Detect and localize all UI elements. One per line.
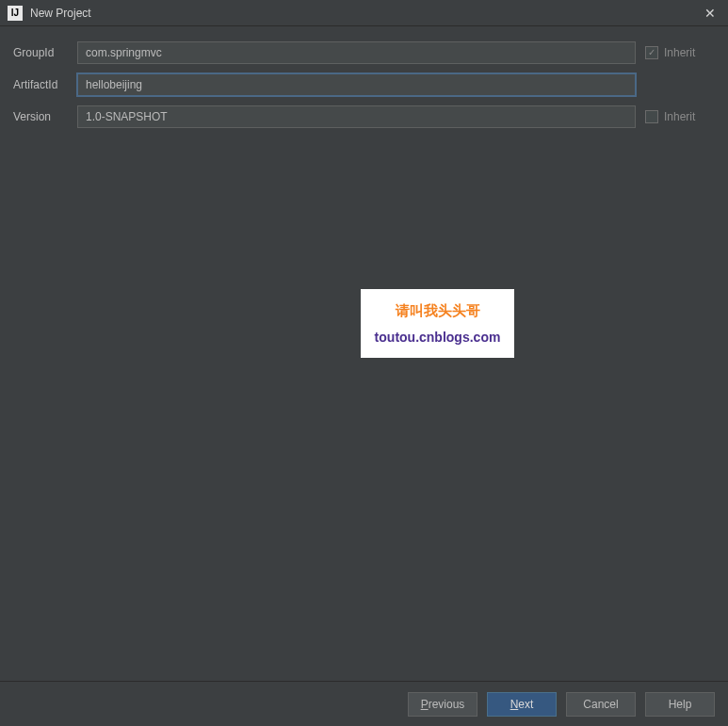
cancel-button[interactable]: Cancel — [566, 692, 636, 717]
artifactid-input[interactable] — [77, 73, 636, 96]
groupid-inherit-label: Inherit — [664, 46, 695, 59]
groupid-inherit: Inherit — [645, 46, 715, 59]
version-row: Version Inherit — [13, 105, 715, 128]
help-button[interactable]: Help — [645, 692, 715, 717]
previous-button[interactable]: Previous — [408, 692, 477, 717]
groupid-inherit-checkbox[interactable] — [645, 46, 658, 59]
groupid-input[interactable] — [77, 41, 636, 64]
artifactid-label: ArtifactId — [13, 78, 68, 91]
version-inherit-label: Inherit — [664, 110, 695, 123]
version-inherit-checkbox[interactable] — [645, 110, 658, 123]
watermark-line2: toutou.cnblogs.com — [375, 330, 501, 345]
close-icon[interactable]: ✕ — [696, 0, 724, 26]
form-content: GroupId Inherit ArtifactId Version Inher… — [0, 26, 728, 128]
window-title: New Project — [30, 7, 696, 20]
groupid-row: GroupId Inherit — [13, 41, 715, 64]
version-input[interactable] — [77, 105, 636, 128]
version-inherit: Inherit — [645, 110, 715, 123]
watermark: 请叫我头头哥 toutou.cnblogs.com — [361, 289, 514, 358]
titlebar: IJ New Project ✕ — [0, 0, 728, 26]
watermark-line1: 请叫我头头哥 — [396, 302, 480, 320]
footer: Previous Next Cancel Help — [0, 681, 728, 726]
app-icon: IJ — [8, 6, 23, 21]
groupid-label: GroupId — [13, 46, 68, 59]
artifactid-row: ArtifactId — [13, 73, 715, 96]
version-label: Version — [13, 110, 68, 123]
next-button[interactable]: Next — [487, 692, 557, 717]
